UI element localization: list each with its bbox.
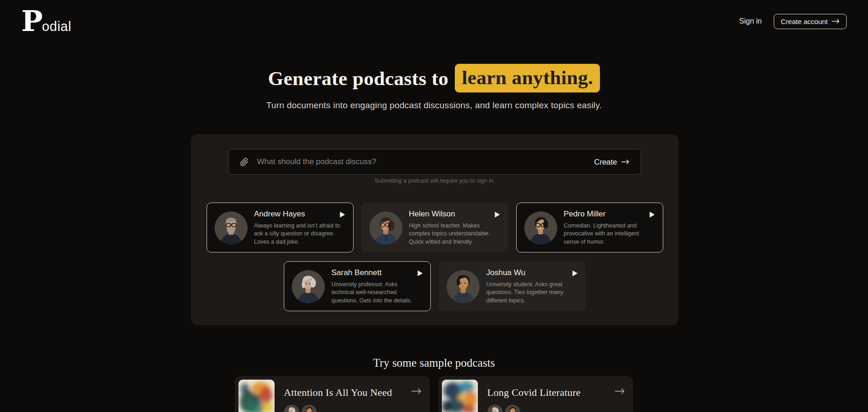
avatar-joshua-wu [505, 405, 520, 412]
persona-body: Andrew Hayes Always learning and isn’t a… [254, 209, 346, 246]
attachment-paperclip-icon[interactable] [240, 158, 249, 166]
persona-description: Always learning and isn’t afraid to ask … [254, 222, 346, 246]
persona-name: Pedro Miller [564, 209, 655, 219]
persona-description: University professor. Asks technical wel… [331, 281, 423, 305]
sample-body: Long Covid Literature [487, 380, 630, 412]
create-account-button[interactable]: Create account [774, 14, 847, 29]
avatar-sarah-bennett [487, 405, 503, 412]
persona-card-helen-wilson[interactable]: Helen Wilson High school teacher. Makes … [361, 203, 508, 252]
sample-podcast-list: Attention Is All You Need [0, 376, 868, 412]
sample-thumbnail-art [238, 380, 275, 412]
persona-card-pedro-miller[interactable]: Pedro Miller Comedian. Lighthearted and … [516, 203, 663, 252]
play-voice-button[interactable] [648, 211, 656, 218]
persona-name: Andrew Hayes [254, 209, 346, 219]
podcast-topic-input[interactable] [257, 157, 594, 166]
sample-card-attention[interactable]: Attention Is All You Need [235, 376, 430, 412]
play-voice-button[interactable] [339, 211, 346, 218]
persona-body: Joshua Wu University student. Asks great… [486, 268, 578, 305]
persona-body: Helen Wilson High school teacher. Makes … [409, 209, 501, 246]
sample-card-long-covid[interactable]: Long Covid Literature [438, 376, 633, 412]
sample-title: Long Covid Literature [487, 387, 630, 399]
logo-initial: P [21, 8, 43, 34]
avatar-joshua-wu [446, 270, 480, 303]
persona-row-1: Andrew Hayes Always learning and isn’t a… [207, 203, 663, 252]
persona-card-joshua-wu[interactable]: Joshua Wu University student. Asks great… [439, 261, 586, 311]
persona-body: Sarah Bennett University professor. Asks… [331, 268, 423, 305]
persona-row-2: Sarah Bennett University professor. Asks… [284, 261, 586, 311]
podcast-composer-panel: Create Submitting a podcast will require… [191, 134, 679, 325]
arrow-right-icon[interactable] [411, 388, 422, 396]
sample-body: Attention Is All You Need [284, 380, 426, 412]
sample-speaker-avatars [284, 405, 426, 412]
persona-card-andrew-hayes[interactable]: Andrew Hayes Always learning and isn’t a… [207, 203, 354, 252]
sign-in-hint: Submitting a podcast will require you to… [191, 178, 679, 184]
avatar-andrew-hayes [214, 211, 248, 245]
avatar-helen-wilson [369, 211, 403, 245]
sign-in-link[interactable]: Sign in [739, 17, 762, 25]
composer-bar: Create [228, 149, 641, 175]
title-prefix: Generate podcasts to [268, 67, 449, 90]
avatar-sarah-bennett [292, 270, 325, 303]
logo-rest: odial [42, 19, 72, 34]
avatar-sarah-bennett [284, 405, 300, 412]
avatar-joshua-wu [301, 405, 317, 412]
persona-card-sarah-bennett[interactable]: Sarah Bennett University professor. Asks… [284, 261, 431, 311]
logo[interactable]: Podial [21, 8, 71, 34]
create-account-label: Create account [781, 18, 828, 25]
page-subtitle: Turn documents into engaging podcast dis… [0, 100, 868, 111]
persona-list: Andrew Hayes Always learning and isn’t a… [191, 203, 679, 311]
arrow-right-icon[interactable] [615, 388, 625, 396]
title-highlight: learn anything. [455, 64, 600, 92]
avatar-pedro-miller [524, 211, 557, 245]
create-label: Create [594, 158, 617, 166]
persona-body: Pedro Miller Comedian. Lighthearted and … [564, 209, 655, 246]
arrow-right-icon [621, 158, 630, 166]
play-voice-button[interactable] [494, 211, 501, 218]
page-title: Generate podcasts to learn anything. [0, 64, 868, 92]
persona-name: Joshua Wu [486, 268, 578, 277]
create-podcast-button[interactable]: Create [594, 158, 630, 166]
arrow-right-icon [831, 18, 840, 25]
hero: Generate podcasts to learn anything. Tur… [0, 64, 868, 111]
persona-description: University student. Asks great questions… [486, 281, 578, 305]
play-voice-button[interactable] [571, 270, 578, 277]
persona-name: Sarah Bennett [331, 268, 423, 277]
sample-speaker-avatars [487, 405, 630, 412]
sample-title: Attention Is All You Need [284, 387, 426, 399]
persona-name: Helen Wilson [409, 209, 501, 219]
play-voice-button[interactable] [416, 270, 423, 277]
header: Podial Sign in Create account [0, 0, 868, 43]
persona-description: High school teacher. Makes complex topic… [409, 222, 501, 246]
persona-description: Comedian. Lighthearted and provocative w… [564, 222, 655, 246]
samples-heading: Try some sample podcasts [0, 357, 868, 369]
header-actions: Sign in Create account [739, 14, 847, 29]
sample-thumbnail-art [442, 380, 478, 412]
